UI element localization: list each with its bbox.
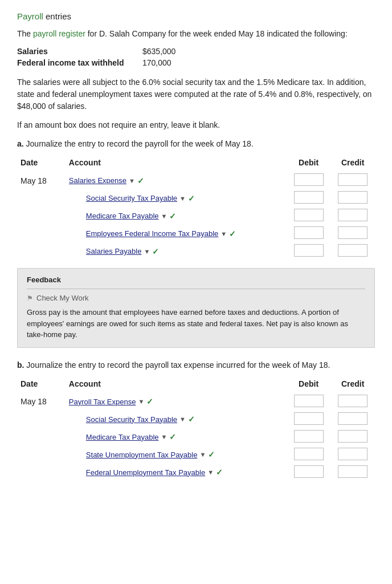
- dropdown-icon-b3[interactable]: ▼: [161, 433, 168, 440]
- table-row: Medicare Tax Payable ▼ ✓: [17, 428, 375, 446]
- debit-input-b1[interactable]: [287, 393, 331, 411]
- credit-input-a1[interactable]: [330, 172, 375, 189]
- account-link-b3[interactable]: Medicare Tax Payable: [86, 433, 159, 441]
- salary-row-2: Federal income tax withheld 170,000: [17, 58, 375, 67]
- dropdown-icon-a4[interactable]: ▼: [220, 230, 227, 237]
- table-row: Employees Federal Income Tax Payable ▼ ✓: [17, 225, 375, 242]
- account-link-a5[interactable]: Salaries Payable: [86, 247, 142, 256]
- payroll-register-link[interactable]: payroll register: [33, 29, 85, 38]
- credit-input-b2[interactable]: [330, 411, 375, 428]
- debit-input-b5[interactable]: [287, 464, 331, 481]
- check-icon-a1: ✓: [137, 176, 144, 185]
- account-link-a3[interactable]: Medicare Tax Payable: [86, 212, 159, 220]
- dropdown-icon-a2[interactable]: ▼: [179, 195, 186, 202]
- account-link-b4[interactable]: State Unemployment Tax Payable: [86, 451, 198, 459]
- account-link-b2[interactable]: Social Security Tax Payable: [86, 415, 177, 424]
- page-title: Payroll entries: [17, 11, 375, 21]
- table-row: Social Security Tax Payable ▼ ✓: [17, 411, 375, 428]
- intro-the: The: [17, 29, 33, 38]
- table-row: Medicare Tax Payable ▼ ✓: [17, 207, 375, 225]
- col-debit-b: Debit: [287, 377, 331, 393]
- debit-input-a1[interactable]: [287, 172, 331, 189]
- account-link-b5[interactable]: Federal Unemployment Tax Payable: [86, 468, 205, 477]
- check-my-work-label: Check My Work: [36, 294, 89, 302]
- paragraph1: The salaries were all subject to the 6.0…: [17, 76, 375, 112]
- table-row: Social Security Tax Payable ▼ ✓: [17, 189, 375, 207]
- feedback-title: Feedback: [27, 275, 365, 284]
- debit-input-a3[interactable]: [287, 207, 331, 225]
- account-link-a1[interactable]: Salaries Expense: [69, 176, 126, 185]
- table-row: May 18 Payroll Tax Expense ▼ ✓: [17, 393, 375, 411]
- row-date-b2: [17, 411, 66, 428]
- salary-row-1: Salaries $635,000: [17, 47, 375, 56]
- row-account-b1: Payroll Tax Expense ▼ ✓: [66, 393, 287, 411]
- section-a-label: a. Journalize the entry to record the pa…: [17, 138, 375, 150]
- col-date-b: Date: [17, 377, 66, 393]
- row-date-a4: [17, 225, 66, 242]
- debit-input-a5[interactable]: [287, 242, 331, 260]
- debit-input-b4[interactable]: [287, 446, 331, 464]
- credit-input-a5[interactable]: [330, 242, 375, 260]
- row-date-b5: [17, 464, 66, 481]
- section-b-table: Date Account Debit Credit May 18 Payroll…: [17, 377, 375, 481]
- credit-input-b5[interactable]: [330, 464, 375, 481]
- check-icon-a4: ✓: [229, 229, 236, 238]
- check-icon-a2: ✓: [188, 194, 195, 203]
- section-b-text: Journalize the entry to record the payro…: [24, 360, 330, 370]
- dropdown-icon-b2[interactable]: ▼: [179, 416, 186, 423]
- credit-input-a4[interactable]: [330, 225, 375, 242]
- check-icon-b2: ✓: [188, 415, 195, 424]
- table-row: Salaries Payable ▼ ✓: [17, 242, 375, 260]
- table-row: State Unemployment Tax Payable ▼ ✓: [17, 446, 375, 464]
- row-date-a5: [17, 242, 66, 260]
- row-account-b3: Medicare Tax Payable ▼ ✓: [66, 428, 287, 446]
- account-link-a2[interactable]: Social Security Tax Payable: [86, 194, 177, 202]
- row-date-b1: May 18: [17, 393, 66, 411]
- feedback-divider: [27, 289, 365, 289]
- row-account-b5: Federal Unemployment Tax Payable ▼ ✓: [66, 464, 287, 481]
- section-b-label: b. Journalize the entry to record the pa…: [17, 359, 375, 371]
- check-icon-b3: ✓: [169, 432, 176, 441]
- section-a-letter: a.: [17, 139, 24, 148]
- check-my-work[interactable]: ⚑ Check My Work: [27, 294, 365, 302]
- salary-value-2: 170,000: [142, 58, 172, 67]
- col-debit-a: Debit: [287, 156, 331, 172]
- credit-input-b1[interactable]: [330, 393, 375, 411]
- table-row: May 18 Salaries Expense ▼ ✓: [17, 172, 375, 189]
- dropdown-icon-b1[interactable]: ▼: [138, 398, 144, 405]
- check-icon-b4: ✓: [208, 450, 215, 459]
- dropdown-icon-b4[interactable]: ▼: [199, 451, 206, 458]
- row-account-a4: Employees Federal Income Tax Payable ▼ ✓: [66, 225, 287, 242]
- dropdown-icon-a5[interactable]: ▼: [144, 248, 150, 255]
- section-a-table: Date Account Debit Credit May 18 Salarie…: [17, 156, 375, 260]
- salary-label-2: Federal income tax withheld: [17, 58, 142, 67]
- dropdown-icon-a3[interactable]: ▼: [161, 213, 168, 220]
- check-icon-a3: ✓: [169, 212, 176, 221]
- check-icon-b1: ✓: [146, 397, 153, 406]
- dropdown-icon-b5[interactable]: ▼: [207, 469, 214, 476]
- debit-input-b2[interactable]: [287, 411, 331, 428]
- credit-input-a2[interactable]: [330, 189, 375, 207]
- debit-input-a4[interactable]: [287, 225, 331, 242]
- debit-input-b3[interactable]: [287, 428, 331, 446]
- feedback-box: Feedback ⚑ Check My Work Gross pay is th…: [17, 268, 375, 348]
- salary-table: Salaries $635,000 Federal income tax wit…: [17, 47, 375, 67]
- intro-rest: for D. Salah Company for the week ended …: [85, 29, 348, 38]
- account-link-a4[interactable]: Employees Federal Income Tax Payable: [86, 229, 218, 238]
- col-credit-a: Credit: [330, 156, 375, 172]
- col-date-a: Date: [17, 156, 66, 172]
- credit-input-a3[interactable]: [330, 207, 375, 225]
- row-account-a2: Social Security Tax Payable ▼ ✓: [66, 189, 287, 207]
- dropdown-icon-a1[interactable]: ▼: [129, 177, 135, 184]
- flag-icon: ⚑: [27, 294, 33, 302]
- row-date-a3: [17, 207, 66, 225]
- row-account-b4: State Unemployment Tax Payable ▼ ✓: [66, 446, 287, 464]
- credit-input-b4[interactable]: [330, 446, 375, 464]
- row-account-a3: Medicare Tax Payable ▼ ✓: [66, 207, 287, 225]
- row-account-a5: Salaries Payable ▼ ✓: [66, 242, 287, 260]
- row-date-a2: [17, 189, 66, 207]
- credit-input-b3[interactable]: [330, 428, 375, 446]
- check-icon-b5: ✓: [216, 468, 223, 477]
- debit-input-a2[interactable]: [287, 189, 331, 207]
- account-link-b1[interactable]: Payroll Tax Expense: [69, 398, 136, 406]
